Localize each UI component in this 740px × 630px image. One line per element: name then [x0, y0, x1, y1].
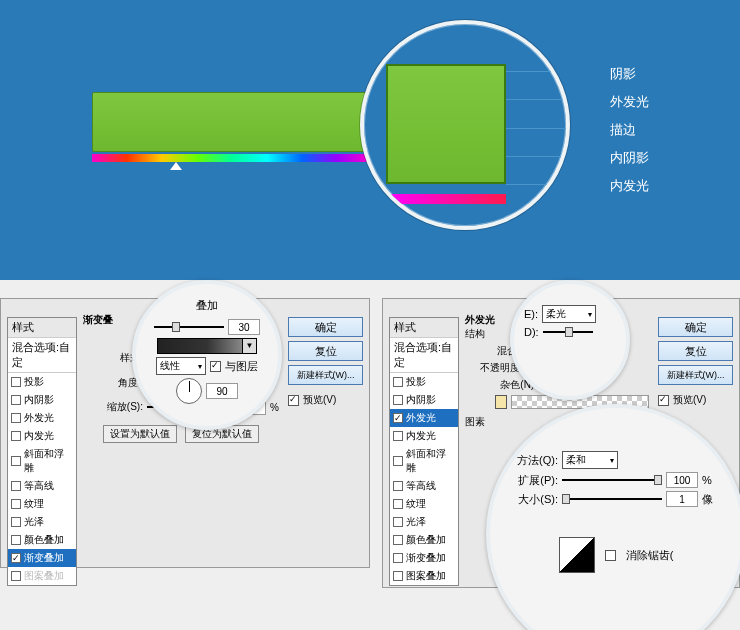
contour-swatch[interactable]: [559, 537, 595, 573]
style-list-right: 样式 混合选项:自定 投影 内阴影 外发光 内发光 斜面和浮雕 等高线 纹理 光…: [389, 317, 459, 586]
align-checkbox-mag[interactable]: [210, 361, 221, 372]
style-item-inner-shadow[interactable]: 内阴影: [8, 391, 76, 409]
gradient-swatch-mag[interactable]: ▼: [157, 338, 257, 354]
ok-button[interactable]: 确定: [658, 317, 733, 337]
style-item-outer-glow[interactable]: 外发光: [8, 409, 76, 427]
style-item-outer-glow[interactable]: 外发光: [390, 409, 458, 427]
checkbox-icon[interactable]: [11, 517, 21, 527]
percent-unit: %: [270, 402, 279, 413]
spread-input[interactable]: [666, 472, 698, 488]
checkbox-icon[interactable]: [11, 571, 21, 581]
new-style-button[interactable]: 新建样式(W)...: [658, 365, 733, 385]
annotation-inner-glow: 内发光: [610, 172, 649, 200]
scale-label: 缩放(S):: [83, 400, 143, 414]
size-label: 大小(S):: [508, 492, 558, 507]
top-illustration-panel: 阴影 外发光 描边 内阴影 内发光: [0, 0, 740, 280]
style-item-color-overlay[interactable]: 颜色叠加: [8, 531, 76, 549]
style-dropdown-mag[interactable]: 线性▾: [156, 357, 206, 375]
style-item-satin[interactable]: 光泽: [390, 513, 458, 531]
style-item-contour[interactable]: 等高线: [390, 477, 458, 495]
preview-label: 预览(V): [673, 393, 706, 407]
checkbox-icon[interactable]: [11, 456, 21, 466]
checkbox-icon[interactable]: [11, 413, 21, 423]
bottom-dialogs-area: 样式 混合选项:自定 投影 内阴影 外发光 内发光 斜面和浮雕 等高线 纹理 光…: [0, 280, 740, 630]
opacity-slider[interactable]: [154, 321, 224, 333]
antialias-checkbox[interactable]: [605, 550, 616, 561]
checkbox-icon[interactable]: [393, 517, 403, 527]
annotation-shadow: 阴影: [610, 60, 649, 88]
checkbox-icon[interactable]: [393, 413, 403, 423]
checkbox-icon[interactable]: [393, 431, 403, 441]
style-item-inner-shadow[interactable]: 内阴影: [390, 391, 458, 409]
checkbox-icon[interactable]: [393, 553, 403, 563]
spread-label: 扩展(P):: [508, 473, 558, 488]
style-item-drop-shadow[interactable]: 投影: [8, 373, 76, 391]
dialog-buttons-left: 确定 复位 新建样式(W)... 预览(V): [288, 317, 363, 407]
checkbox-icon[interactable]: [11, 481, 21, 491]
checkbox-icon[interactable]: [393, 535, 403, 545]
style-item-pattern-overlay[interactable]: 图案叠加: [8, 567, 76, 585]
spread-slider[interactable]: [562, 474, 662, 486]
checkbox-icon[interactable]: [11, 553, 21, 563]
dropdown-arrow-icon[interactable]: ▼: [242, 339, 256, 353]
opacity-label-frag: D):: [524, 326, 539, 338]
size-input[interactable]: [666, 491, 698, 507]
checkbox-icon[interactable]: [393, 499, 403, 509]
color-spectrum: [92, 154, 372, 162]
style-item-inner-glow[interactable]: 内发光: [8, 427, 76, 445]
style-item-bevel[interactable]: 斜面和浮雕: [8, 445, 76, 477]
style-item-satin[interactable]: 光泽: [8, 513, 76, 531]
checkbox-icon[interactable]: [393, 481, 403, 491]
glow-color-swatch[interactable]: [495, 395, 507, 409]
style-item-texture[interactable]: 纹理: [8, 495, 76, 513]
opacity-input[interactable]: [228, 319, 260, 335]
preview-checkbox[interactable]: [288, 395, 299, 406]
annotation-outer-glow: 外发光: [610, 88, 649, 116]
angle-dial-mag[interactable]: [176, 378, 202, 404]
blend-options-header[interactable]: 混合选项:自定: [390, 338, 458, 373]
checkbox-icon[interactable]: [393, 395, 403, 405]
antialias-label: 消除锯齿(: [626, 548, 674, 563]
style-item-pattern-overlay[interactable]: 图案叠加: [390, 567, 458, 585]
checkbox-icon[interactable]: [11, 535, 21, 545]
checkbox-icon[interactable]: [393, 571, 403, 581]
cancel-button[interactable]: 复位: [658, 341, 733, 361]
size-slider[interactable]: [562, 493, 662, 505]
make-default-button[interactable]: 设置为默认值: [103, 425, 177, 443]
mag-title: 叠加: [150, 298, 264, 313]
technique-dropdown[interactable]: 柔和▾: [562, 451, 618, 469]
style-item-bevel[interactable]: 斜面和浮雕: [390, 445, 458, 477]
preview-label: 预览(V): [303, 393, 336, 407]
checkbox-icon[interactable]: [11, 431, 21, 441]
technique-label: 方法(Q):: [508, 453, 558, 468]
checkbox-icon[interactable]: [11, 395, 21, 405]
style-item-inner-glow[interactable]: 内发光: [390, 427, 458, 445]
blend-options-header[interactable]: 混合选项:自定: [8, 338, 76, 373]
style-item-contour[interactable]: 等高线: [8, 477, 76, 495]
style-item-drop-shadow[interactable]: 投影: [390, 373, 458, 391]
style-item-gradient-overlay[interactable]: 渐变叠加: [8, 549, 76, 567]
callout-line: [506, 128, 570, 129]
style-list-left: 样式 混合选项:自定 投影 内阴影 外发光 内发光 斜面和浮雕 等高线 纹理 光…: [7, 317, 77, 586]
magnifier-gradient-overlay: 叠加 ▼ 线性▾ 与图层: [132, 280, 282, 430]
style-item-color-overlay[interactable]: 颜色叠加: [390, 531, 458, 549]
preview-checkbox[interactable]: [658, 395, 669, 406]
blend-mode-dropdown[interactable]: 柔光▾: [542, 305, 596, 323]
style-item-texture[interactable]: 纹理: [390, 495, 458, 513]
checkbox-icon[interactable]: [393, 377, 403, 387]
callout-line: [506, 71, 570, 72]
angle-input-mag[interactable]: [206, 383, 238, 399]
magnified-pink-spectrum: [386, 194, 506, 204]
dialog-buttons-right: 确定 复位 新建样式(W)... 预览(V): [658, 317, 733, 407]
checkbox-icon[interactable]: [11, 377, 21, 387]
style-item-gradient-overlay[interactable]: 渐变叠加: [390, 549, 458, 567]
new-style-button[interactable]: 新建样式(W)...: [288, 365, 363, 385]
spectrum-thumb-icon: [170, 162, 182, 170]
mode-label-frag: E):: [524, 308, 538, 320]
checkbox-icon[interactable]: [393, 456, 403, 466]
cancel-button[interactable]: 复位: [288, 341, 363, 361]
ok-button[interactable]: 确定: [288, 317, 363, 337]
opacity-slider[interactable]: [543, 326, 593, 338]
callout-line: [506, 99, 570, 100]
checkbox-icon[interactable]: [11, 499, 21, 509]
